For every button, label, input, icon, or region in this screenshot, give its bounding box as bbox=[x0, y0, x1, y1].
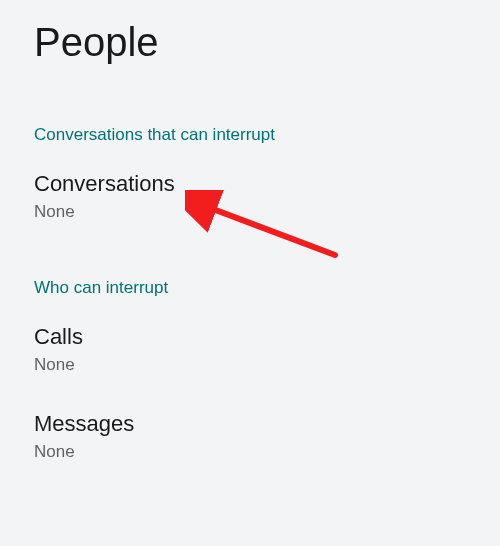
section-header-conversations-interrupt: Conversations that can interrupt bbox=[0, 75, 500, 153]
messages-item[interactable]: Messages None bbox=[0, 393, 500, 480]
section-header-who-can-interrupt: Who can interrupt bbox=[0, 240, 500, 306]
messages-title: Messages bbox=[34, 411, 466, 437]
messages-value: None bbox=[34, 442, 466, 462]
conversations-item[interactable]: Conversations None bbox=[0, 153, 500, 240]
calls-item[interactable]: Calls None bbox=[0, 306, 500, 393]
conversations-title: Conversations bbox=[34, 171, 466, 197]
calls-title: Calls bbox=[34, 324, 466, 350]
page-title: People bbox=[0, 0, 500, 75]
calls-value: None bbox=[34, 355, 466, 375]
conversations-value: None bbox=[34, 202, 466, 222]
